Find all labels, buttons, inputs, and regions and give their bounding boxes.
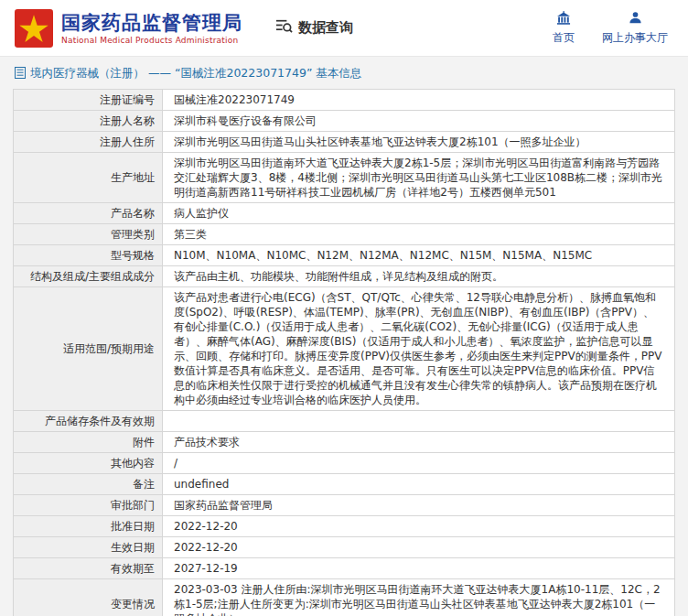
row-value: 国家药品监督管理局: [163, 495, 675, 516]
table-row: 产品储存条件及有效期: [14, 411, 675, 432]
nav-home[interactable]: 首页: [553, 11, 575, 46]
table-row: 生产地址深圳市光明区马田街道南环大道飞亚达钟表大厦2栋1-5层；深圳市光明区马田…: [14, 153, 675, 203]
nmpa-emblem-logo: [15, 9, 53, 48]
row-label: 批准日期: [14, 516, 163, 537]
row-label: 审批部门: [14, 495, 163, 516]
breadcrumb-text: 境内医疗器械（注册） —— “国械注准20223071749” 基本信息: [30, 66, 361, 81]
row-value: 产品技术要求: [163, 432, 675, 453]
row-label: 备注: [14, 474, 163, 495]
row-value: 深圳市光明区马田街道马山头社区钟表基地飞亚达钟表大厦2栋101（一照多址企业）: [163, 132, 675, 153]
table-row: 注册人名称深圳市科曼医疗设备有限公司: [14, 111, 675, 132]
search-icon: [275, 17, 293, 38]
row-value: 第三类: [163, 224, 675, 245]
row-label: 附件: [14, 432, 163, 453]
person-icon: [629, 11, 642, 27]
row-value: 病人监护仪: [163, 203, 675, 224]
row-label: 适用范围/预期用途: [14, 287, 163, 411]
row-value: 2023-03-03 注册人住所由:深圳市光明区马田街道南环大道飞亚达钟表大厦1…: [163, 579, 675, 616]
brand-titles: 国家药品监督管理局 National Medical Products Admi…: [61, 12, 242, 45]
row-value: N10M、N10MA、N10MC、N12M、N12MA、N12MC、N15M、N…: [163, 245, 675, 266]
row-label: 型号规格: [14, 245, 163, 266]
table-row: 型号规格N10M、N10MA、N10MC、N12M、N12MA、N12MC、N1…: [14, 245, 675, 266]
top-nav: 首页 网上办事大厅: [553, 11, 673, 46]
row-value: /: [163, 453, 675, 474]
document-icon: [15, 67, 26, 81]
info-table-body: 注册证编号国械注准20223071749注册人名称深圳市科曼医疗设备有限公司注册…: [14, 90, 675, 616]
row-value: 该产品对患者进行心电(ECG)（含ST、QT/QTc、心律失常、12导联心电静息…: [163, 287, 675, 411]
breadcrumb: 境内医疗器械（注册） —— “国械注准20223071749” 基本信息: [0, 57, 688, 89]
table-row: 产品名称病人监护仪: [14, 203, 675, 224]
info-table: 注册证编号国械注准20223071749注册人名称深圳市科曼医疗设备有限公司注册…: [13, 89, 675, 616]
brand: 国家药品监督管理局 National Medical Products Admi…: [15, 9, 242, 48]
row-value: 国械注准20223071749: [163, 90, 675, 111]
row-label: 注册证编号: [14, 90, 163, 111]
data-query-label: 数据查询: [298, 19, 353, 37]
site-subtitle: National Medical Products Administration: [61, 36, 242, 45]
row-value: 深圳市科曼医疗设备有限公司: [163, 111, 675, 132]
table-row: 管理类别第三类: [14, 224, 675, 245]
row-label: 注册人名称: [14, 111, 163, 132]
row-value: 2022-12-20: [163, 516, 675, 537]
table-row: 适用范围/预期用途该产品对患者进行心电(ECG)（含ST、QT/QTc、心律失常…: [14, 287, 675, 411]
row-label: 产品储存条件及有效期: [14, 411, 163, 432]
table-row: 注册证编号国械注准20223071749: [14, 90, 675, 111]
row-label: 生产地址: [14, 153, 163, 203]
table-row: 附件产品技术要求: [14, 432, 675, 453]
nav-service-hall-label: 网上办事大厅: [602, 30, 668, 46]
site-title: 国家药品监督管理局: [61, 12, 242, 34]
site-header: 国家药品监督管理局 National Medical Products Admi…: [0, 0, 688, 57]
row-label: 结构及组成/主要组成成分: [14, 266, 163, 287]
row-label: 其他内容: [14, 453, 163, 474]
row-value: [163, 411, 675, 432]
row-label: 产品名称: [14, 203, 163, 224]
table-row: 变更情况2023-03-03 注册人住所由:深圳市光明区马田街道南环大道飞亚达钟…: [14, 579, 675, 616]
table-row: 审批部门国家药品监督管理局: [14, 495, 675, 516]
row-value: undefined: [163, 474, 675, 495]
row-value: 2022-12-20: [163, 537, 675, 558]
row-label: 管理类别: [14, 224, 163, 245]
table-row: 其他内容/: [14, 453, 675, 474]
row-label: 变更情况: [14, 579, 163, 616]
table-wrap: 注册证编号国械注准20223071749注册人名称深圳市科曼医疗设备有限公司注册…: [0, 89, 688, 616]
table-row: 备注undefined: [14, 474, 675, 495]
table-row: 批准日期2022-12-20: [14, 516, 675, 537]
home-icon: [556, 11, 572, 27]
row-label: 注册人住所: [14, 132, 163, 153]
table-row: 生效日期2022-12-20: [14, 537, 675, 558]
row-value: 该产品由主机、功能模块、功能附件组成，详见结构及组成的附页。: [163, 266, 675, 287]
row-value: 2027-12-19: [163, 558, 675, 579]
row-value: 深圳市光明区马田街道南环大道飞亚达钟表大厦2栋1-5层；深圳市光明区马田街道富利…: [163, 153, 675, 203]
table-row: 有效期至2027-12-19: [14, 558, 675, 579]
nav-home-label: 首页: [553, 30, 575, 46]
nav-service-hall[interactable]: 网上办事大厅: [602, 11, 668, 46]
row-label: 生效日期: [14, 537, 163, 558]
table-row: 结构及组成/主要组成成分该产品由主机、功能模块、功能附件组成，详见结构及组成的附…: [14, 266, 675, 287]
table-row: 注册人住所深圳市光明区马田街道马山头社区钟表基地飞亚达钟表大厦2栋101（一照多…: [14, 132, 675, 153]
row-label: 有效期至: [14, 558, 163, 579]
data-query-button[interactable]: 数据查询: [275, 17, 353, 38]
